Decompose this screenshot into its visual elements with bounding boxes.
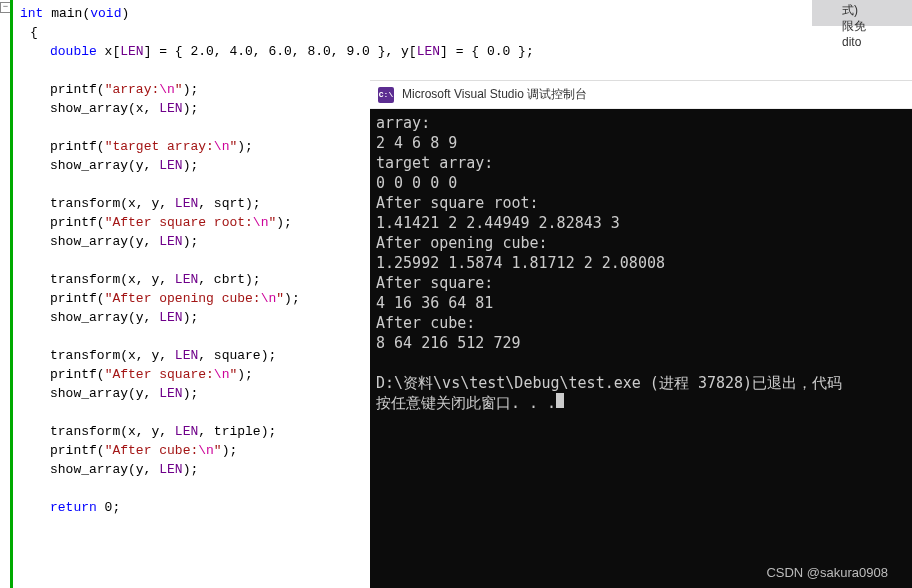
- code-line[interactable]: [0, 327, 370, 346]
- code-line[interactable]: [0, 403, 370, 422]
- vs-console-icon: C:\: [378, 87, 394, 103]
- code-line[interactable]: show_array(x, LEN);: [0, 99, 370, 118]
- code-line[interactable]: {: [0, 23, 370, 42]
- code-line[interactable]: transform(x, y, LEN, square);: [0, 346, 370, 365]
- cutoff-text: 限免: [842, 18, 912, 34]
- change-bar: [10, 0, 13, 588]
- console-window: C:\ Microsoft Visual Studio 调试控制台 array:…: [370, 80, 912, 588]
- code-line[interactable]: printf("After cube:\n");: [0, 441, 370, 460]
- code-line[interactable]: [0, 175, 370, 194]
- code-line[interactable]: [0, 251, 370, 270]
- code-line[interactable]: show_array(y, LEN);: [0, 460, 370, 479]
- kw-double: double: [50, 44, 97, 59]
- right-cutoff-panel: 式) 限免 dito: [842, 0, 912, 60]
- cutoff-text: dito: [842, 34, 912, 50]
- code-line[interactable]: show_array(y, LEN);: [0, 384, 370, 403]
- code-editor[interactable]: − int main(void) { double x[LEN] = { 2.0…: [0, 0, 370, 588]
- code-line[interactable]: int main(void): [0, 4, 370, 23]
- code-line[interactable]: show_array(y, LEN);: [0, 308, 370, 327]
- ident-main: main: [43, 6, 82, 21]
- code-line[interactable]: show_array(y, LEN);: [0, 232, 370, 251]
- code-line[interactable]: transform(x, y, LEN, cbrt);: [0, 270, 370, 289]
- kw-return: return: [50, 500, 97, 515]
- code-line[interactable]: printf("target array:\n");: [0, 137, 370, 156]
- console-titlebar[interactable]: C:\ Microsoft Visual Studio 调试控制台: [370, 81, 912, 109]
- console-output[interactable]: array: 2 4 6 8 9 target array: 0 0 0 0 0…: [370, 109, 912, 588]
- code-line[interactable]: [0, 479, 370, 498]
- code-line[interactable]: [0, 61, 370, 80]
- cursor-icon: [556, 393, 564, 408]
- code-line[interactable]: printf("After opening cube:\n");: [0, 289, 370, 308]
- code-line[interactable]: double x[LEN] = { 2.0, 4.0, 6.0, 8.0, 9.…: [0, 42, 370, 61]
- kw-int: int: [20, 6, 43, 21]
- cutoff-text: 式): [842, 2, 912, 18]
- code-line[interactable]: printf("After square:\n");: [0, 365, 370, 384]
- console-title: Microsoft Visual Studio 调试控制台: [402, 86, 587, 103]
- code-line[interactable]: show_array(y, LEN);: [0, 156, 370, 175]
- code-line[interactable]: transform(x, y, LEN, triple);: [0, 422, 370, 441]
- code-line[interactable]: printf("array:\n");: [0, 80, 370, 99]
- code-line[interactable]: transform(x, y, LEN, sqrt);: [0, 194, 370, 213]
- kw-void: void: [90, 6, 121, 21]
- macro-LEN: LEN: [120, 44, 143, 59]
- code-line[interactable]: [0, 118, 370, 137]
- code-line[interactable]: return 0;: [0, 498, 370, 517]
- code-line[interactable]: printf("After square root:\n");: [0, 213, 370, 232]
- watermark: CSDN @sakura0908: [766, 565, 888, 580]
